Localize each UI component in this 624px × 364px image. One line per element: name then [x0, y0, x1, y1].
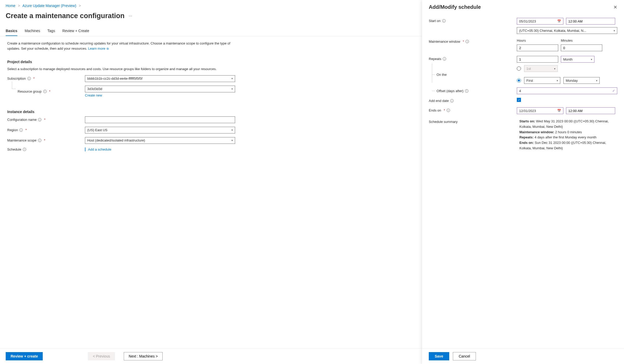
chevron-down-icon: ▾	[614, 29, 615, 32]
resource-group-select[interactable]: 3d3d3d3d ▾	[85, 86, 235, 92]
offset-label: Offset (days after) i	[437, 89, 517, 93]
required-icon: *	[25, 128, 27, 132]
subscription-select[interactable]: bbbb1b1b-cc2c-dd3d-ee4e-ffffff5f5f5f ▾	[85, 75, 235, 82]
end-date-input[interactable]: 12/31/2023 📅	[517, 107, 563, 114]
required-icon: *	[463, 40, 464, 43]
timezone-select[interactable]: (UTC+05:30) Chennai, Kolkata, Mumbai, N.…	[517, 27, 617, 34]
info-icon[interactable]: i	[19, 128, 23, 132]
chevron-down-icon: ▾	[231, 129, 233, 131]
schedule-panel: Add/Modify schedule ✕ Start on i 05/31/2…	[422, 0, 624, 364]
ordinal-select[interactable]: First ▾	[524, 77, 560, 84]
region-select[interactable]: (US) East US ▾	[85, 127, 235, 133]
info-icon[interactable]: i	[27, 77, 31, 80]
radio-day-of-month[interactable]	[517, 66, 521, 71]
config-name-label: Configuration name i *	[7, 118, 85, 122]
schedule-label: Schedule i	[7, 147, 85, 151]
radio-ordinal-day[interactable]	[517, 78, 521, 83]
start-time-input[interactable]	[566, 18, 615, 25]
start-on-label: Start on i	[429, 18, 517, 23]
info-icon[interactable]: i	[443, 57, 446, 61]
chevron-down-icon: ▾	[231, 139, 233, 142]
required-icon: *	[44, 118, 45, 122]
add-schedule-link[interactable]: Add a schedule	[88, 147, 111, 151]
panel-title: Add/Modify schedule	[429, 4, 481, 10]
chevron-down-icon: ▾	[554, 67, 555, 70]
breadcrumb-parent[interactable]: Azure Update Manager (Preview)	[23, 4, 76, 8]
on-the-label: On the	[437, 73, 517, 77]
info-icon[interactable]: i	[442, 19, 446, 23]
chevron-right-icon: >	[79, 4, 81, 8]
tab-tags[interactable]: Tags	[47, 29, 55, 36]
learn-more-link[interactable]: Learn more ⧉	[88, 47, 109, 50]
minutes-label: Minutes	[561, 39, 573, 42]
ends-on-label: Ends on * i	[429, 107, 517, 112]
save-button[interactable]: Save	[429, 352, 449, 360]
info-icon[interactable]: i	[43, 90, 47, 93]
page-title: Create a maintenance configuration	[6, 12, 125, 20]
hours-label: Hours	[517, 39, 558, 42]
add-end-date-label: Add end date i	[429, 98, 517, 103]
chevron-down-icon: ▾	[231, 77, 233, 80]
summary-label: Schedule summary	[429, 119, 517, 124]
info-icon[interactable]: i	[38, 139, 41, 142]
info-icon[interactable]: i	[450, 99, 454, 102]
required-icon: *	[444, 108, 445, 112]
add-end-date-checkbox[interactable]: ✓	[517, 98, 521, 102]
create-new-link[interactable]: Create new	[85, 93, 235, 97]
tab-basics[interactable]: Basics	[6, 29, 17, 36]
page-description: Create a maintenance configuration to sc…	[0, 36, 249, 51]
previous-button: < Previous	[88, 352, 115, 360]
weekday-select[interactable]: Monday ▾	[563, 77, 600, 84]
info-icon[interactable]: i	[447, 109, 450, 112]
scope-label: Maintenance scope i *	[7, 138, 85, 142]
region-label: Region i *	[7, 128, 85, 132]
check-icon: ✓	[612, 89, 615, 93]
more-icon[interactable]: ···	[129, 14, 132, 18]
repeats-value-input[interactable]	[517, 56, 558, 63]
chevron-down-icon: ▾	[596, 79, 597, 82]
calendar-icon: 📅	[557, 109, 561, 113]
schedule-summary: Starts on: Wed May 31 2023 00:00 ((UTC+0…	[517, 119, 617, 151]
chevron-down-icon: ▾	[591, 58, 592, 61]
required-icon: *	[33, 77, 35, 80]
repeats-unit-select[interactable]: Month ▾	[561, 56, 594, 63]
scope-select[interactable]: Host (dedicated/isolated infrastructure)…	[85, 137, 235, 144]
wizard-footer: Review + create < Previous Next : Machin…	[0, 348, 422, 364]
info-icon[interactable]: i	[23, 148, 26, 151]
repeats-label: Repeats i	[429, 56, 517, 61]
next-button[interactable]: Next : Machines >	[124, 352, 163, 360]
info-icon[interactable]: i	[38, 118, 41, 121]
desc-text: Create a maintenance configuration to sc…	[7, 41, 230, 50]
maint-window-label: Maintenance window * i	[429, 39, 517, 43]
hours-input[interactable]	[517, 44, 558, 51]
chevron-down-icon: ▾	[231, 87, 233, 90]
config-name-input[interactable]	[85, 116, 235, 123]
tab-machines[interactable]: Machines	[25, 29, 40, 36]
project-details-desc: Select a subscription to manage deployed…	[7, 66, 245, 72]
required-icon: *	[44, 138, 45, 142]
end-time-input[interactable]	[566, 107, 615, 114]
chevron-down-icon: ▾	[557, 79, 558, 82]
info-icon[interactable]: i	[465, 89, 468, 93]
breadcrumb-home[interactable]: Home	[6, 4, 15, 8]
required-icon: *	[49, 90, 50, 93]
subscription-label: Subscription i *	[7, 77, 85, 80]
tab-review[interactable]: Review + Create	[62, 29, 89, 36]
cancel-button[interactable]: Cancel	[453, 352, 476, 360]
resource-group-label: Resource group i *	[18, 90, 85, 93]
chevron-right-icon: >	[18, 4, 20, 8]
info-icon[interactable]: i	[466, 40, 469, 43]
external-link-icon: ⧉	[107, 47, 109, 50]
close-icon[interactable]: ✕	[613, 4, 617, 10]
calendar-icon: 📅	[557, 19, 561, 23]
start-date-input[interactable]: 05/31/2023 📅	[517, 18, 563, 25]
review-create-button[interactable]: Review + create	[6, 352, 43, 360]
day-of-month-select: 1st ▾	[524, 65, 558, 72]
minutes-input[interactable]	[561, 44, 602, 51]
offset-select[interactable]: 4 ✓	[517, 87, 617, 94]
